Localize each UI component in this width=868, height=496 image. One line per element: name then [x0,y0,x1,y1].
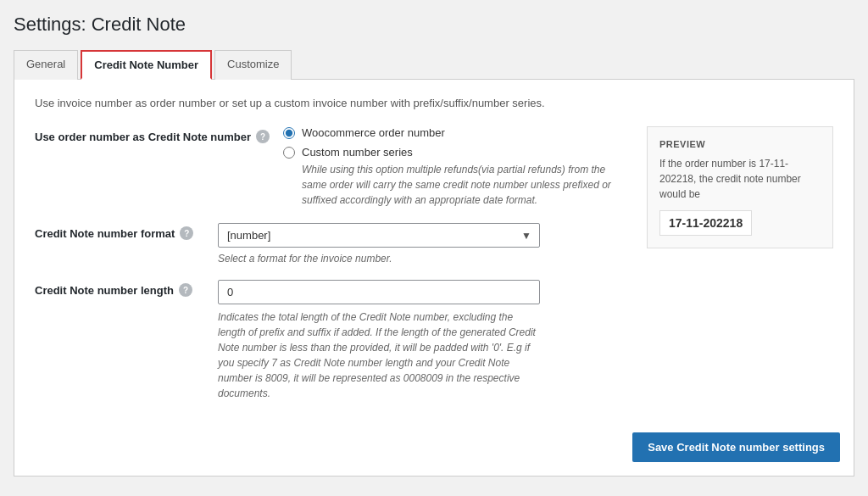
radio-custom-input[interactable] [283,147,295,159]
order-number-help-icon[interactable]: ? [256,130,270,143]
radio-woocommerce[interactable]: Woocommerce order number [283,126,630,139]
radio-custom[interactable]: Custom number series [283,146,630,159]
radio-woocommerce-label: Woocommerce order number [302,126,445,139]
order-number-label: Use order number as Credit Note number ? [35,126,270,143]
length-content: Indicates the total length of the Credit… [218,280,630,401]
length-hint: Indicates the total length of the Credit… [218,309,540,401]
length-field-row: Credit Note number length ? Indicates th… [35,280,630,401]
preview-text: If the order number is 17-11-202218, the… [659,156,821,202]
save-button[interactable]: Save Credit Note number settings [632,432,840,462]
format-help-icon[interactable]: ? [180,226,193,240]
format-content: [number] [number]-[year] [year]-[number]… [218,223,630,265]
order-number-field-row: Use order number as Credit Note number ?… [35,126,630,208]
order-number-content: Woocommerce order number Custom number s… [283,126,630,208]
tab-credit-note-number[interactable]: Credit Note Number [81,50,212,80]
format-select[interactable]: [number] [number]-[year] [year]-[number]… [218,223,540,248]
order-number-radio-group: Woocommerce order number Custom number s… [283,126,630,159]
preview-box: PREVIEW If the order number is 17-11-202… [647,126,833,248]
main-settings: Use order number as Credit Note number ?… [35,126,630,416]
tab-general[interactable]: General [14,50,78,80]
tab-customize[interactable]: Customize [214,50,292,80]
radio-woocommerce-input[interactable] [283,127,295,139]
custom-series-note: While using this option multiple refunds… [302,162,630,208]
page-title: Settings: Credit Note [14,14,854,36]
content-area: Use order number as Credit Note number ?… [35,126,833,416]
tab-bar: General Credit Note Number Customize [14,49,854,80]
length-label: Credit Note number length ? [35,280,204,297]
panel-intro: Use invoice number as order number or se… [35,97,611,109]
length-input[interactable] [218,280,540,304]
format-hint: Select a format for the invoice number. [218,253,630,265]
radio-custom-label: Custom number series [302,146,413,159]
preview-value: 17-11-202218 [659,210,752,236]
format-select-wrapper: [number] [number]-[year] [year]-[number]… [218,223,540,248]
preview-label: PREVIEW [659,139,821,149]
format-label: Credit Note number format ? [35,223,204,240]
format-field-row: Credit Note number format ? [number] [nu… [35,223,630,265]
settings-panel: Use invoice number as order number or se… [14,80,854,476]
length-help-icon[interactable]: ? [179,283,192,297]
